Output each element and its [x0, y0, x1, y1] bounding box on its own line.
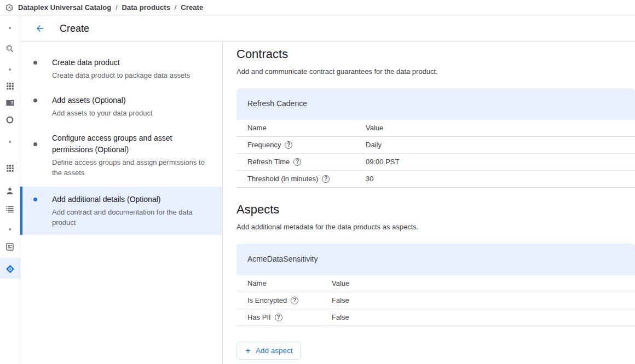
table-row: Is Encrypted? False — [236, 292, 635, 309]
left-icon-rail — [0, 16, 20, 364]
content-area: Create data product Create data product … — [20, 42, 635, 364]
refresh-cadence-card-title: Refresh Cadence — [236, 88, 635, 120]
aspects-title: Aspects — [236, 203, 635, 217]
dot-icon[interactable] — [0, 225, 20, 234]
acme-data-sensitivity-table: Name Value Is Encrypted? False Has PII? — [236, 275, 635, 326]
help-icon[interactable]: ? — [275, 314, 282, 321]
circle-icon[interactable] — [0, 115, 20, 124]
table-row: Frequency? Daily — [236, 137, 635, 154]
column-header-value: Value — [355, 120, 635, 137]
step-title: Create data product — [52, 57, 120, 68]
back-button[interactable] — [33, 22, 47, 35]
row-value: 30 — [355, 171, 635, 188]
add-aspect-button[interactable]: + Add aspect — [236, 342, 301, 360]
table-row: Threshold (in minutes)? 30 — [236, 171, 635, 188]
step-title: Add assets (Optional) — [52, 95, 126, 106]
refresh-cadence-card: Refresh Cadence Name Value Frequency? Da… — [236, 88, 635, 188]
step-add-additional-details[interactable]: Add additional details (Optional) Add co… — [20, 187, 222, 235]
row-value: Daily — [355, 137, 635, 154]
step-description: Add contract and documentation for the d… — [52, 207, 211, 228]
contracts-section: Contracts Add and communicate contract g… — [236, 47, 635, 188]
breadcrumb-item-catalog[interactable]: Dataplex Universal Catalog — [18, 3, 111, 11]
aspects-description: Add additional metadata for the data pro… — [236, 223, 635, 231]
row-name: Threshold (in minutes) — [247, 175, 318, 183]
breadcrumb-item-data-products[interactable]: Data products — [122, 3, 170, 11]
dot-icon[interactable] — [0, 24, 20, 32]
help-icon[interactable]: ? — [293, 158, 301, 166]
row-name: Refresh Time — [247, 158, 290, 166]
step-bullet-icon — [33, 61, 37, 65]
step-description: Create data product to package data asse… — [52, 70, 211, 80]
step-title: Add additional details (Optional) — [52, 194, 160, 205]
step-create-data-product[interactable]: Create data product Create data product … — [20, 51, 222, 86]
dataplex-compass-icon[interactable] — [0, 264, 20, 273]
dot-icon[interactable] — [0, 65, 20, 74]
page-title: Create — [60, 23, 89, 34]
refresh-cadence-table: Name Value Frequency? Daily Refresh Time… — [236, 120, 635, 188]
table-row: Has PII? False — [236, 309, 635, 326]
step-add-assets[interactable]: Add assets (Optional) Add assets to your… — [20, 89, 222, 124]
table-row: Refresh Time? 09:00 PST — [236, 154, 635, 171]
column-header-value: Value — [321, 275, 635, 292]
search-icon[interactable] — [0, 44, 20, 53]
apps-grid-icon[interactable] — [0, 164, 20, 172]
apps-grid-icon[interactable] — [0, 82, 20, 90]
help-icon[interactable]: ? — [322, 175, 330, 183]
step-bullet-icon — [33, 198, 37, 201]
page-header: Create — [20, 16, 635, 42]
dashboard-card-icon[interactable] — [0, 242, 20, 251]
step-bullet-icon — [33, 142, 37, 146]
main-panel: Contracts Add and communicate contract g… — [223, 42, 635, 364]
plus-icon: + — [245, 346, 251, 355]
row-value: False — [321, 292, 635, 309]
aspects-section: Aspects Add additional metadata for the … — [236, 203, 635, 360]
book-icon[interactable] — [0, 99, 20, 107]
acme-data-sensitivity-card-title: AcmeDataSensitivity — [236, 244, 635, 275]
step-description: Add assets to your data product — [52, 108, 211, 118]
help-icon[interactable]: ? — [285, 141, 292, 149]
dot-icon[interactable] — [0, 137, 20, 146]
row-name: Has PII — [247, 313, 271, 321]
column-header-name: Name — [236, 120, 355, 137]
step-title: Configure access groups and asset permis… — [52, 132, 211, 155]
breadcrumb-separator: / — [113, 3, 120, 11]
step-configure-access-groups[interactable]: Configure access groups and asset permis… — [20, 127, 222, 183]
app-window: Dataplex Universal Catalog / Data produc… — [0, 0, 635, 364]
person-icon[interactable] — [0, 187, 20, 195]
row-name: Frequency — [247, 141, 281, 149]
stepper-panel: Create data product Create data product … — [20, 42, 223, 364]
acme-data-sensitivity-card: AcmeDataSensitivity Name Value Is Encryp… — [236, 244, 635, 326]
add-aspect-button-label: Add aspect — [256, 346, 293, 355]
contracts-description: Add and communicate contract guarantees … — [236, 67, 635, 76]
row-value: False — [321, 309, 635, 326]
row-name: Is Encrypted — [247, 296, 287, 304]
breadcrumb-bar: Dataplex Universal Catalog / Data produc… — [0, 0, 635, 15]
dataplex-logo-icon — [5, 3, 14, 12]
list-icon[interactable] — [0, 205, 20, 213]
step-description: Define access groups and assign permissi… — [52, 157, 211, 178]
column-header-name: Name — [236, 275, 321, 292]
step-bullet-icon — [33, 99, 37, 102]
breadcrumb: Dataplex Universal Catalog / Data produc… — [18, 3, 203, 11]
help-icon[interactable]: ? — [291, 297, 298, 304]
contracts-title: Contracts — [236, 47, 635, 61]
row-value: 09:00 PST — [355, 154, 635, 171]
breadcrumb-item-create[interactable]: Create — [181, 3, 203, 11]
breadcrumb-separator: / — [172, 3, 179, 11]
